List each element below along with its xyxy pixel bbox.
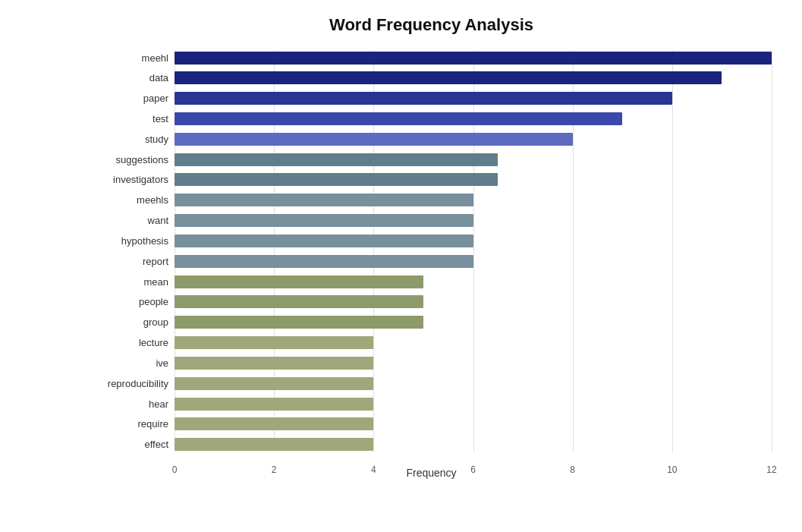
x-tick-label: 6 <box>470 464 476 475</box>
x-tick-label: 0 <box>172 464 178 475</box>
bar <box>175 295 423 308</box>
bar <box>175 214 473 227</box>
chart-inner: 024681012 <box>175 50 772 475</box>
bar-row <box>175 417 772 432</box>
bar-row <box>175 335 772 351</box>
bar <box>175 112 622 125</box>
bars-area <box>175 50 772 452</box>
bar-row <box>175 437 772 452</box>
x-axis-labels: 024681012 <box>175 456 772 475</box>
bar-row <box>175 131 772 146</box>
y-axis-label: mean <box>91 274 175 289</box>
y-axis-labels: meehldatapaperteststudysuggestionsinvest… <box>91 50 175 452</box>
bar-row <box>175 396 772 411</box>
bar-row <box>175 274 772 289</box>
bar <box>175 377 373 390</box>
bar-row <box>175 111 772 126</box>
bar-row <box>175 253 772 269</box>
x-tick-label: 2 <box>272 464 277 475</box>
bar <box>175 133 573 146</box>
x-tick-label: 4 <box>371 464 376 475</box>
bar <box>175 194 473 206</box>
bar-row <box>175 213 772 228</box>
bar <box>175 398 373 411</box>
bar <box>175 71 722 84</box>
y-axis-label: ive <box>91 355 175 370</box>
chart-title: Word Frequency Analysis <box>91 15 772 35</box>
bar-row <box>175 193 772 208</box>
y-axis-label: lecture <box>91 335 175 351</box>
y-axis-label: require <box>91 417 175 432</box>
bar <box>175 417 373 430</box>
y-axis-label: study <box>91 131 175 146</box>
y-axis-label: hypothesis <box>91 233 175 248</box>
chart-wrapper: 024681012 meehldatapaperteststudysuggest… <box>91 50 772 475</box>
bar <box>175 173 498 186</box>
y-axis-label: hear <box>91 396 175 411</box>
bar <box>175 316 423 329</box>
y-axis-label: effect <box>91 437 175 452</box>
bar-row <box>175 71 772 86</box>
y-axis-label: reproducibility <box>91 376 175 391</box>
x-axis-title: Frequency <box>406 467 456 479</box>
bar <box>175 336 373 349</box>
bar-row <box>175 152 772 167</box>
bar <box>175 235 473 247</box>
y-axis-label: people <box>91 294 175 310</box>
bar <box>175 255 473 268</box>
bar <box>175 275 423 288</box>
y-axis-label: suggestions <box>91 152 175 167</box>
x-tick-label: 8 <box>570 464 575 475</box>
y-axis-label: group <box>91 315 175 330</box>
y-axis-label: data <box>91 71 175 86</box>
x-tick-label: 10 <box>667 464 677 475</box>
bar-row <box>175 355 772 370</box>
y-axis-label: test <box>91 111 175 126</box>
bar <box>175 92 672 105</box>
bar-row <box>175 376 772 391</box>
y-axis-label: paper <box>91 91 175 106</box>
bar-row <box>175 315 772 330</box>
bar-row <box>175 172 772 187</box>
bar <box>175 357 373 370</box>
bar <box>175 438 373 451</box>
y-axis-label: investigators <box>91 172 175 187</box>
bar <box>175 153 498 166</box>
y-axis-label: report <box>91 253 175 269</box>
bar-row <box>175 294 772 310</box>
x-tick-label: 12 <box>766 464 776 475</box>
y-axis-label: meehl <box>91 50 175 65</box>
y-axis-label: want <box>91 213 175 228</box>
chart-container: Word Frequency Analysis 024681012 meehld… <box>0 0 802 532</box>
bar-row <box>175 50 772 65</box>
bar-row <box>175 91 772 106</box>
grid-line <box>772 50 772 452</box>
bar <box>175 52 772 65</box>
bar-row <box>175 233 772 248</box>
y-axis-label: meehls <box>91 193 175 208</box>
